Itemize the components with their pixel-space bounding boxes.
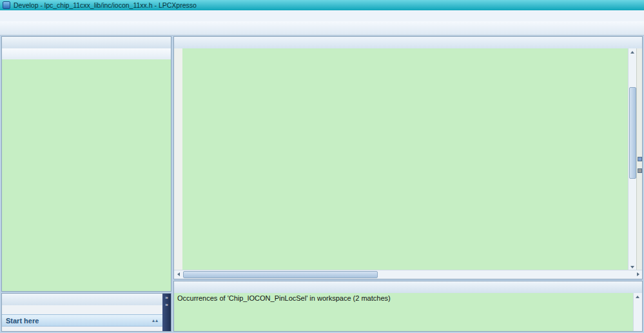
quickstart-view: Start here (1, 293, 171, 332)
project-explorer-view (1, 36, 171, 292)
bottom-panel: Occurrences of 'Chip_IOCON_PinLocSel' in… (173, 281, 643, 332)
editor-vertical-scrollbar[interactable] (628, 48, 637, 270)
overview-annotation-icon[interactable] (638, 168, 642, 173)
scroll-right-icon[interactable] (634, 270, 642, 279)
search-vertical-scrollbar[interactable] (633, 293, 642, 331)
editor-horizontal-scrollbar[interactable] (174, 270, 642, 279)
search-result-header: Occurrences of 'Chip_IOCON_PinLocSel' in… (174, 293, 642, 303)
overview-annotation-icon[interactable] (638, 157, 642, 161)
project-tree[interactable] (2, 59, 171, 291)
code-editor[interactable] (182, 48, 629, 270)
quickstart-tabbar (2, 294, 171, 306)
fast-view-icon[interactable] (165, 296, 168, 301)
start-here-section[interactable]: Start here (2, 314, 162, 327)
window-title: Develop - lpc_chip_11cxx_lib/inc/iocon_1… (14, 1, 197, 9)
bottom-panel-tabbar (174, 281, 642, 294)
project-explorer-toolbar (2, 48, 171, 60)
project-explorer-tabbar (2, 37, 171, 49)
app-icon (3, 1, 10, 9)
vertical-scrollbar-thumb[interactable] (629, 87, 636, 179)
overview-ruler (636, 48, 642, 270)
fast-view-icon[interactable] (165, 303, 168, 308)
main-toolbar (0, 21, 644, 35)
menubar (0, 10, 644, 22)
annotation-ruler (174, 48, 183, 270)
scroll-left-icon[interactable] (174, 270, 182, 279)
scroll-up-icon[interactable] (634, 293, 642, 300)
quickstart-body: Start here (2, 305, 162, 331)
start-here-label: Start here (6, 317, 39, 325)
lpcxpresso-window: { "window": { "title": "Develop - lpc_ch… (0, 0, 644, 333)
editor-area (173, 36, 643, 279)
editor-tabbar (174, 37, 642, 49)
window-titlebar[interactable]: Develop - lpc_chip_11cxx_lib/inc/iocon_1… (0, 0, 644, 10)
editor-body (174, 48, 642, 270)
horizontal-scrollbar-thumb[interactable] (183, 271, 378, 278)
search-view: Occurrences of 'Chip_IOCON_PinLocSel' in… (174, 293, 642, 331)
collapse-section-icon[interactable] (152, 318, 159, 323)
fast-view-bar[interactable] (162, 294, 171, 331)
